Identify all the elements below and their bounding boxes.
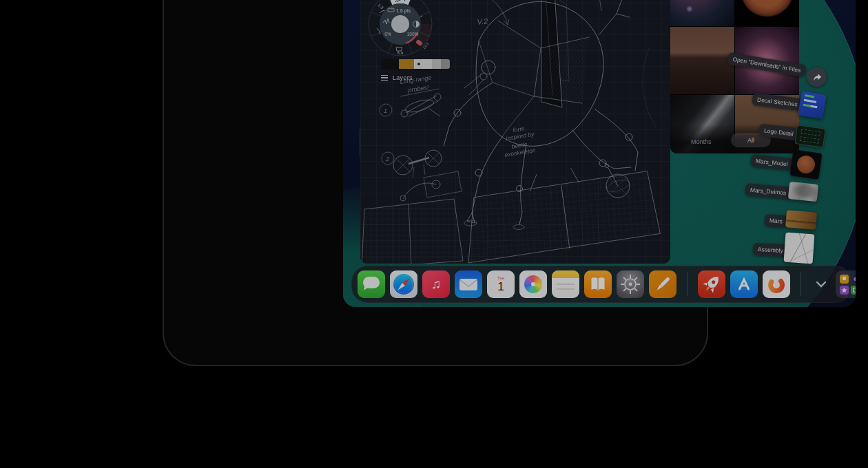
drag-thumb-decal-sketches[interactable] bbox=[798, 91, 827, 119]
drag-item-label[interactable]: Mars bbox=[764, 214, 787, 228]
drag-thumb-logo-detail[interactable] bbox=[794, 125, 825, 148]
forward-arrow-icon bbox=[811, 71, 823, 83]
drag-item-label[interactable]: Mars_Model bbox=[750, 154, 793, 171]
ipad-screen: Concepts_blue... 59% 90° PRO bbox=[343, 0, 856, 307]
drag-thumb-assembly[interactable] bbox=[784, 233, 815, 264]
drag-item-label[interactable]: Mars_Deimos bbox=[745, 183, 792, 199]
page-background: Concepts_blue... 59% 90° PRO bbox=[0, 0, 868, 468]
ipad-device: Concepts_blue... 59% 90° PRO bbox=[163, 0, 708, 366]
drop-hint-pill: Open “Downloads” in Files bbox=[727, 52, 806, 77]
drag-forward-badge bbox=[807, 67, 827, 87]
drag-thumb-mars-model[interactable] bbox=[790, 149, 823, 179]
drag-item-label[interactable]: Decal Sketches bbox=[752, 93, 803, 111]
drag-item-label[interactable]: Assembly bbox=[753, 243, 789, 257]
drag-thumb-mars[interactable] bbox=[785, 210, 817, 230]
drag-item-label[interactable]: Logo Detail bbox=[758, 124, 799, 140]
drag-thumb-mars-deimos[interactable] bbox=[788, 182, 818, 202]
drag-drop-layer: Open “Downloads” in Files Decal Sketches… bbox=[343, 0, 856, 307]
